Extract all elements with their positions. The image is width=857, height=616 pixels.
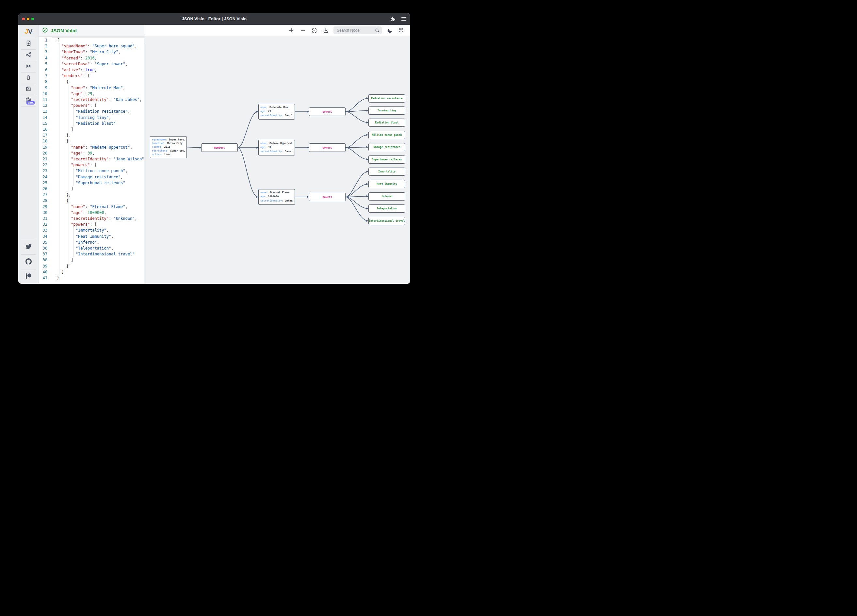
code-line[interactable]: 36 "Teleportation", (39, 245, 144, 251)
graph-node-leaf-6[interactable]: Superhuman reflexes (368, 155, 405, 164)
code-line[interactable]: 25 "Superhuman reflexes" (39, 180, 144, 186)
code-line[interactable]: 35 "Inferno", (39, 240, 144, 245)
check-circle-icon (42, 27, 48, 34)
patreon-link[interactable] (18, 269, 39, 284)
editor-pane: JSON Valid 1{2 "squadName": "Super hero … (39, 25, 144, 284)
code-line[interactable]: 4 "formed": 2016, (39, 55, 144, 61)
line-number: 32 (39, 221, 47, 228)
line-number: 9 (39, 85, 47, 91)
new-document-button[interactable] (18, 38, 39, 50)
line-number: 35 (39, 240, 47, 245)
code-line[interactable]: 30 "age": 1000000, (39, 210, 144, 215)
graph-node-leaf-4[interactable]: Million tonne punch (368, 131, 405, 139)
graph-node-member-2[interactable]: name: Madame Uppercutage: 39secretIdenti… (258, 140, 295, 155)
code-line[interactable]: 20 "age": 39, (39, 150, 144, 156)
twitter-link[interactable] (18, 240, 39, 254)
code-line[interactable]: 24 "Damage resistance", (39, 174, 144, 180)
zoom-button[interactable] (31, 18, 34, 20)
code-line[interactable]: 39 } (39, 263, 144, 269)
code-line[interactable]: 28 { (39, 198, 144, 203)
menu-icon[interactable] (401, 15, 407, 22)
code-line[interactable]: 17 }, (39, 132, 144, 138)
code-line[interactable]: 29 "name": "Eternal Flame", (39, 204, 144, 210)
code-line[interactable]: 13 "Radiation resistance", (39, 108, 144, 114)
code-line[interactable]: 15 "Radiation blast" (39, 121, 144, 126)
code-line[interactable]: 5 "secretBase": "Super tower", (39, 61, 144, 67)
line-number: 30 (39, 210, 47, 215)
graph-node-powers-1[interactable]: powers (309, 107, 345, 116)
code-line[interactable]: 32 "powers": [ (39, 221, 144, 228)
dark-mode-button[interactable] (386, 27, 393, 34)
beta-badge: Beta (26, 101, 35, 105)
code-line[interactable]: 10 "age": 29, (39, 91, 144, 97)
graph-node-leaf-1[interactable]: Radiation resistance (368, 94, 405, 102)
code-line[interactable]: 38 ] (39, 257, 144, 263)
delete-button[interactable] (18, 73, 39, 84)
code-line[interactable]: 16 ] (39, 126, 144, 132)
line-number: 33 (39, 228, 47, 233)
graph-node-leaf-10[interactable]: Teleportation (368, 204, 405, 213)
code-line[interactable]: 26 ] (39, 186, 144, 192)
code-line[interactable]: 22 "powers": [ (39, 162, 144, 168)
zoom-out-button[interactable] (299, 27, 306, 34)
code-line[interactable]: 40 ] (39, 269, 144, 275)
line-number: 31 (39, 215, 47, 221)
line-number: 10 (39, 91, 47, 97)
code-line[interactable]: 7 "members": [ (39, 73, 144, 79)
graph-canvas[interactable]: squadName: Super hero…homeTown: Metro Ci… (144, 36, 410, 284)
graph-node-powers-3[interactable]: powers (309, 193, 345, 201)
graph-node-powers-2[interactable]: powers (309, 143, 345, 152)
line-number: 40 (39, 269, 47, 275)
code-line[interactable]: 27 }, (39, 192, 144, 198)
share-button[interactable] (18, 50, 39, 61)
code-line[interactable]: 11 "secretIdentity": "Dan Jukes", (39, 97, 144, 102)
graph-node-leaf-3[interactable]: Radiation blast (368, 119, 405, 127)
code-line[interactable]: 8 { (39, 79, 144, 85)
code-line[interactable]: 33 "Immortality", (39, 228, 144, 233)
screen: JSON Visio - Editor | JSON Visio JV (0, 0, 428, 308)
graph-node-members[interactable]: members (201, 143, 238, 152)
fullscreen-button[interactable] (398, 27, 405, 34)
github-link[interactable] (18, 255, 39, 269)
code-line[interactable]: 2 "squadName": "Super hero squad", (39, 43, 144, 49)
code-line[interactable]: 41} (39, 275, 144, 281)
graph-node-member-1[interactable]: name: Molecule Manage: 29secretIdentity:… (258, 104, 295, 119)
code-line[interactable]: 12 "powers": [ (39, 102, 144, 108)
line-number: 14 (39, 115, 47, 121)
search-node-input[interactable] (333, 26, 382, 34)
zoom-in-button[interactable] (288, 27, 295, 34)
code-line[interactable]: 6 "active": true, (39, 67, 144, 73)
graph-node-leaf-11[interactable]: Interdimensional travel (368, 217, 405, 225)
code-line[interactable]: 23 "Million tonne punch", (39, 168, 144, 174)
code-line[interactable]: 9 "name": "Molecule Man", (39, 85, 144, 91)
download-button[interactable] (322, 27, 329, 34)
code-line[interactable]: 31 "secretIdentity": "Unknown", (39, 215, 144, 221)
center-view-button[interactable] (311, 27, 318, 34)
fit-width-button[interactable] (18, 61, 39, 72)
graph-node-leaf-7[interactable]: Immortality (368, 167, 405, 176)
api-button[interactable]: Beta (18, 95, 39, 107)
graph-node-member-3[interactable]: name: Eternal Flameage: 1000000secretIde… (258, 189, 295, 205)
code-line[interactable]: 3 "homeTown": "Metro City", (39, 49, 144, 55)
graph-node-root[interactable]: squadName: Super hero…homeTown: Metro Ci… (150, 136, 187, 158)
line-number: 21 (39, 156, 47, 162)
app-logo[interactable]: JV (18, 25, 39, 38)
code-line[interactable]: 34 "Heat Immunity", (39, 234, 144, 240)
graph-node-leaf-2[interactable]: Turning tiny (368, 107, 405, 115)
code-line[interactable]: 18 { (39, 138, 144, 144)
code-line[interactable]: 14 "Turning tiny", (39, 115, 144, 121)
code-line[interactable]: 37 "Interdimensional travel" (39, 251, 144, 257)
code-line[interactable]: 19 "name": "Madame Uppercut", (39, 144, 144, 150)
extensions-icon[interactable] (389, 15, 396, 22)
graph-node-leaf-9[interactable]: Inferno (368, 192, 405, 201)
close-button[interactable] (22, 18, 25, 20)
save-button[interactable] (18, 84, 39, 95)
code-line[interactable]: 21 "secretIdentity": "Jane Wilson", (39, 156, 144, 162)
sidebar: JV (18, 25, 39, 284)
code-line[interactable]: 1{ (39, 37, 144, 43)
line-number: 37 (39, 251, 47, 257)
graph-node-leaf-5[interactable]: Damage resistance (368, 143, 405, 151)
code-editor[interactable]: 1{2 "squadName": "Super hero squad",3 "h… (39, 37, 144, 284)
minimize-button[interactable] (27, 18, 29, 20)
graph-node-leaf-8[interactable]: Heat Immunity (368, 180, 405, 188)
